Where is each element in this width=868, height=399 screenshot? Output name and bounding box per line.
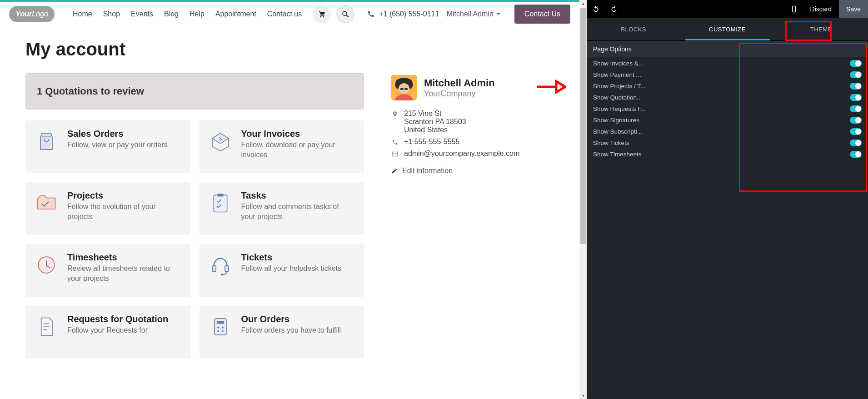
card-title: Projects [67, 190, 181, 201]
nav-contact-us[interactable]: Contact us [262, 6, 307, 22]
calculator-icon [208, 314, 233, 339]
svg-rect-12 [216, 321, 224, 324]
option-show-subscriptions: Show Subscripti... [593, 128, 862, 135]
mobile-icon [790, 5, 798, 13]
discard-button[interactable]: Discard [803, 0, 839, 18]
nav-shop[interactable]: Shop [98, 6, 125, 22]
search-icon [341, 10, 349, 18]
option-label: Show Subscripti... [593, 128, 642, 135]
card-desc: Follow, download or pay your invoices [241, 140, 355, 160]
undo-button[interactable] [587, 0, 605, 18]
toggle-show-invoices[interactable] [850, 60, 862, 67]
tab-customize[interactable]: CUSTOMIZE [680, 18, 774, 40]
scrollbar[interactable]: ▴ ▾ [579, 0, 587, 399]
toggle-show-quotation[interactable] [850, 94, 862, 101]
option-label: Show Invoices &... [593, 60, 644, 67]
svg-point-16 [221, 330, 223, 332]
toggle-show-projects[interactable] [850, 83, 862, 90]
card-tickets[interactable]: Tickets Follow all your helpdesk tickets [200, 244, 364, 297]
toggle-show-signatures[interactable] [850, 117, 862, 124]
option-label: Show Requests F... [593, 105, 646, 112]
option-label: Show Tickets [593, 140, 629, 146]
redo-icon [610, 5, 618, 13]
tab-theme[interactable]: THEME [774, 18, 868, 40]
phone-row: +1 555-555-5555 [391, 138, 554, 146]
save-button[interactable]: Save [839, 0, 868, 18]
toggle-show-tickets[interactable] [850, 140, 862, 146]
scroll-down-icon[interactable]: ▾ [582, 392, 584, 399]
toggle-show-requests[interactable] [850, 105, 862, 112]
card-title: Tasks [241, 190, 355, 201]
card-our-orders[interactable]: Our Orders Follow orders you have to ful… [200, 306, 364, 359]
nav-help[interactable]: Help [184, 6, 210, 22]
address-line2: Scranton PA 18503 [404, 118, 466, 126]
svg-point-1 [323, 16, 324, 17]
card-desc: Follow and comments tasks of your projec… [241, 202, 355, 222]
nav-appointment[interactable]: Appointment [210, 6, 262, 22]
card-your-invoices[interactable]: $ Your Invoices Follow, download or pay … [200, 120, 364, 173]
address-line1: 215 Vine St [404, 110, 466, 118]
profile-phone: +1 555-555-5555 [404, 138, 459, 146]
account-content: My account 1 Quotations to review Sales … [0, 30, 579, 377]
scroll-up-icon[interactable]: ▴ [582, 0, 584, 7]
toggle-show-payment[interactable] [850, 71, 862, 78]
card-desc: Follow, view or pay your orders [67, 140, 168, 150]
card-title: Tickets [241, 252, 342, 263]
redo-button[interactable] [605, 0, 623, 18]
tab-blocks[interactable]: BLOCKS [587, 18, 680, 40]
nav-events[interactable]: Events [125, 6, 159, 22]
svg-rect-6 [217, 194, 223, 197]
svg-text:$: $ [219, 136, 222, 141]
card-desc: Follow your Requests for [67, 325, 168, 335]
cart-icon [318, 10, 326, 18]
contact-us-button[interactable]: Contact Us [514, 5, 570, 24]
card-tasks[interactable]: Tasks Follow and comments tasks of your … [200, 182, 364, 235]
card-title: Timesheets [67, 252, 181, 263]
card-requests-for-quotation[interactable]: Requests for Quotation Follow your Reque… [25, 306, 190, 359]
search-button[interactable] [336, 5, 354, 23]
invoice-icon: $ [208, 129, 233, 154]
card-title: Your Invoices [241, 129, 355, 139]
nav-home[interactable]: Home [67, 6, 98, 22]
profile-email: admin@yourcompany.example.com [404, 150, 519, 158]
logo-text-light: Logo [32, 10, 48, 18]
profile-company: YourCompany [424, 89, 495, 99]
document-icon [34, 314, 59, 339]
toggle-show-timesheets[interactable] [850, 151, 862, 158]
svg-point-15 [217, 330, 219, 332]
scrollbar-thumb[interactable] [580, 8, 586, 244]
edit-information-label: Edit information [402, 167, 453, 175]
cart-button[interactable] [313, 5, 331, 23]
card-projects[interactable]: Projects Follow the evolution of your pr… [25, 182, 190, 235]
option-show-requests: Show Requests F... [593, 105, 862, 112]
quotations-review-banner[interactable]: 1 Quotations to review [25, 73, 364, 110]
logo[interactable]: YourLogo [9, 6, 55, 22]
option-show-payment: Show Payment ... [593, 71, 862, 78]
clock-icon [34, 252, 59, 278]
page-options-header: Page Options [587, 41, 868, 57]
svg-point-2 [343, 11, 347, 15]
undo-icon [592, 5, 599, 13]
svg-point-10 [220, 274, 223, 276]
svg-line-3 [347, 15, 349, 17]
nav-blog[interactable]: Blog [159, 6, 184, 22]
card-timesheets[interactable]: Timesheets Review all timesheets related… [25, 244, 190, 297]
avatar [391, 75, 417, 100]
option-show-invoices: Show Invoices &... [593, 60, 862, 67]
folder-icon [34, 190, 59, 216]
user-dropdown[interactable]: Mitchell Admin [442, 6, 505, 22]
mobile-preview-button[interactable] [785, 0, 803, 18]
pencil-icon [391, 168, 398, 174]
svg-rect-5 [214, 195, 227, 212]
option-label: Show Signatures [593, 117, 639, 124]
toggle-show-subscriptions[interactable] [850, 128, 862, 135]
card-sales-orders[interactable]: Sales Orders Follow, view or pay your or… [25, 120, 190, 173]
card-desc: Follow orders you have to fulfill [241, 325, 341, 335]
svg-rect-21 [404, 88, 408, 90]
svg-rect-9 [224, 266, 228, 272]
option-label: Show Quotation... [593, 94, 642, 101]
edit-information-link[interactable]: Edit information [391, 167, 554, 175]
card-title: Our Orders [241, 314, 341, 324]
user-name: Mitchell Admin [447, 10, 494, 18]
main-nav: Home Shop Events Blog Help Appointment C… [67, 6, 307, 22]
